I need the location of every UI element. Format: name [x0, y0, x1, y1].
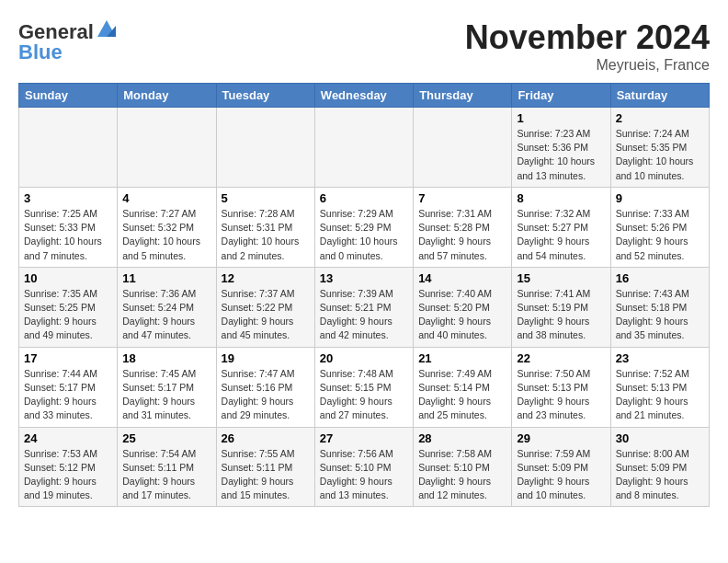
day-info: Sunrise: 7:48 AM Sunset: 5:15 PM Dayligh… — [320, 367, 408, 423]
day-number: 8 — [517, 191, 605, 205]
day-number: 21 — [418, 351, 506, 365]
day-info: Sunrise: 7:23 AM Sunset: 5:36 PM Dayligh… — [517, 127, 605, 183]
day-info: Sunrise: 7:33 AM Sunset: 5:26 PM Dayligh… — [616, 207, 704, 263]
logo-blue: Blue — [18, 40, 63, 64]
day-number: 16 — [616, 271, 704, 285]
day-info: Sunrise: 7:55 AM Sunset: 5:11 PM Dayligh… — [222, 447, 310, 503]
day-info: Sunrise: 7:36 AM Sunset: 5:24 PM Dayligh… — [122, 287, 210, 343]
calendar-cell: 17Sunrise: 7:44 AM Sunset: 5:17 PM Dayli… — [19, 347, 118, 427]
day-info: Sunrise: 7:50 AM Sunset: 5:13 PM Dayligh… — [517, 367, 605, 423]
title-block: November 2024 Meyrueis, France — [465, 18, 710, 74]
weekday-header: Monday — [118, 84, 216, 108]
calendar-cell: 5Sunrise: 7:28 AM Sunset: 5:31 PM Daylig… — [216, 187, 314, 267]
day-number: 6 — [320, 191, 408, 205]
day-info: Sunrise: 7:56 AM Sunset: 5:10 PM Dayligh… — [320, 447, 408, 503]
calendar-cell: 26Sunrise: 7:55 AM Sunset: 5:11 PM Dayli… — [216, 427, 314, 507]
day-info: Sunrise: 7:49 AM Sunset: 5:14 PM Dayligh… — [418, 367, 506, 423]
weekday-header: Wednesday — [314, 84, 413, 108]
day-number: 28 — [418, 431, 506, 445]
calendar-cell: 13Sunrise: 7:39 AM Sunset: 5:21 PM Dayli… — [314, 267, 413, 347]
day-info: Sunrise: 7:44 AM Sunset: 5:17 PM Dayligh… — [24, 367, 112, 423]
day-info: Sunrise: 7:25 AM Sunset: 5:33 PM Dayligh… — [24, 207, 112, 263]
logo-triangle-icon — [96, 18, 116, 39]
day-number: 13 — [320, 271, 408, 285]
calendar-cell — [414, 108, 512, 188]
day-info: Sunrise: 7:43 AM Sunset: 5:18 PM Dayligh… — [616, 287, 704, 343]
day-info: Sunrise: 7:28 AM Sunset: 5:31 PM Dayligh… — [222, 207, 310, 263]
calendar-cell: 30Sunrise: 8:00 AM Sunset: 5:09 PM Dayli… — [610, 427, 709, 507]
month-title: November 2024 — [465, 18, 710, 57]
weekday-header: Tuesday — [216, 84, 314, 108]
day-info: Sunrise: 7:47 AM Sunset: 5:16 PM Dayligh… — [222, 367, 310, 423]
calendar-cell: 14Sunrise: 7:40 AM Sunset: 5:20 PM Dayli… — [414, 267, 512, 347]
weekday-header: Thursday — [414, 84, 512, 108]
calendar-cell: 28Sunrise: 7:58 AM Sunset: 5:10 PM Dayli… — [414, 427, 512, 507]
day-info: Sunrise: 7:27 AM Sunset: 5:32 PM Dayligh… — [122, 207, 210, 263]
day-info: Sunrise: 7:39 AM Sunset: 5:21 PM Dayligh… — [320, 287, 408, 343]
calendar-cell: 1Sunrise: 7:23 AM Sunset: 5:36 PM Daylig… — [512, 108, 610, 188]
day-info: Sunrise: 7:35 AM Sunset: 5:25 PM Dayligh… — [24, 287, 112, 343]
calendar-cell: 16Sunrise: 7:43 AM Sunset: 5:18 PM Dayli… — [610, 267, 709, 347]
calendar-cell — [19, 108, 118, 188]
day-number: 18 — [122, 351, 210, 365]
calendar-cell: 4Sunrise: 7:27 AM Sunset: 5:32 PM Daylig… — [118, 187, 216, 267]
day-info: Sunrise: 7:41 AM Sunset: 5:19 PM Dayligh… — [517, 287, 605, 343]
calendar-cell: 11Sunrise: 7:36 AM Sunset: 5:24 PM Dayli… — [118, 267, 216, 347]
logo: General Blue — [18, 18, 116, 64]
weekday-header: Saturday — [610, 84, 709, 108]
day-info: Sunrise: 7:58 AM Sunset: 5:10 PM Dayligh… — [418, 447, 506, 503]
day-info: Sunrise: 7:37 AM Sunset: 5:22 PM Dayligh… — [222, 287, 310, 343]
calendar-cell: 23Sunrise: 7:52 AM Sunset: 5:13 PM Dayli… — [610, 347, 709, 427]
day-number: 14 — [418, 271, 506, 285]
calendar-cell: 22Sunrise: 7:50 AM Sunset: 5:13 PM Dayli… — [512, 347, 610, 427]
day-info: Sunrise: 7:24 AM Sunset: 5:35 PM Dayligh… — [616, 127, 704, 183]
day-number: 23 — [616, 351, 704, 365]
day-number: 24 — [24, 431, 112, 445]
calendar-cell — [118, 108, 216, 188]
day-info: Sunrise: 7:40 AM Sunset: 5:20 PM Dayligh… — [418, 287, 506, 343]
day-number: 7 — [418, 191, 506, 205]
weekday-header: Sunday — [19, 84, 118, 108]
day-number: 15 — [517, 271, 605, 285]
calendar-cell: 15Sunrise: 7:41 AM Sunset: 5:19 PM Dayli… — [512, 267, 610, 347]
day-number: 11 — [122, 271, 210, 285]
calendar-cell: 29Sunrise: 7:59 AM Sunset: 5:09 PM Dayli… — [512, 427, 610, 507]
day-number: 4 — [122, 191, 210, 205]
day-number: 27 — [320, 431, 408, 445]
day-number: 3 — [24, 191, 112, 205]
calendar-cell — [314, 108, 413, 188]
calendar-cell: 12Sunrise: 7:37 AM Sunset: 5:22 PM Dayli… — [216, 267, 314, 347]
day-number: 17 — [24, 351, 112, 365]
calendar-cell: 9Sunrise: 7:33 AM Sunset: 5:26 PM Daylig… — [610, 187, 709, 267]
day-info: Sunrise: 7:31 AM Sunset: 5:28 PM Dayligh… — [418, 207, 506, 263]
calendar-cell: 3Sunrise: 7:25 AM Sunset: 5:33 PM Daylig… — [19, 187, 118, 267]
day-number: 2 — [616, 111, 704, 125]
calendar-cell: 2Sunrise: 7:24 AM Sunset: 5:35 PM Daylig… — [610, 108, 709, 188]
calendar-cell: 7Sunrise: 7:31 AM Sunset: 5:28 PM Daylig… — [414, 187, 512, 267]
page-header: General Blue November 2024 Meyrueis, Fra… — [18, 18, 710, 74]
day-number: 22 — [517, 351, 605, 365]
calendar-cell: 18Sunrise: 7:45 AM Sunset: 5:17 PM Dayli… — [118, 347, 216, 427]
calendar-table: SundayMondayTuesdayWednesdayThursdayFrid… — [18, 83, 710, 507]
calendar-cell: 10Sunrise: 7:35 AM Sunset: 5:25 PM Dayli… — [19, 267, 118, 347]
calendar-cell: 8Sunrise: 7:32 AM Sunset: 5:27 PM Daylig… — [512, 187, 610, 267]
weekday-header: Friday — [512, 84, 610, 108]
day-info: Sunrise: 7:53 AM Sunset: 5:12 PM Dayligh… — [24, 447, 112, 503]
day-info: Sunrise: 7:54 AM Sunset: 5:11 PM Dayligh… — [122, 447, 210, 503]
day-number: 9 — [616, 191, 704, 205]
day-info: Sunrise: 7:52 AM Sunset: 5:13 PM Dayligh… — [616, 367, 704, 423]
calendar-cell: 21Sunrise: 7:49 AM Sunset: 5:14 PM Dayli… — [414, 347, 512, 427]
day-number: 19 — [222, 351, 310, 365]
calendar-cell: 20Sunrise: 7:48 AM Sunset: 5:15 PM Dayli… — [314, 347, 413, 427]
day-info: Sunrise: 7:32 AM Sunset: 5:27 PM Dayligh… — [517, 207, 605, 263]
day-number: 10 — [24, 271, 112, 285]
day-number: 26 — [222, 431, 310, 445]
day-info: Sunrise: 7:59 AM Sunset: 5:09 PM Dayligh… — [517, 447, 605, 503]
day-number: 20 — [320, 351, 408, 365]
day-number: 1 — [517, 111, 605, 125]
day-info: Sunrise: 7:45 AM Sunset: 5:17 PM Dayligh… — [122, 367, 210, 423]
day-number: 29 — [517, 431, 605, 445]
day-info: Sunrise: 8:00 AM Sunset: 5:09 PM Dayligh… — [616, 447, 704, 503]
calendar-cell: 24Sunrise: 7:53 AM Sunset: 5:12 PM Dayli… — [19, 427, 118, 507]
location-title: Meyrueis, France — [465, 57, 710, 74]
